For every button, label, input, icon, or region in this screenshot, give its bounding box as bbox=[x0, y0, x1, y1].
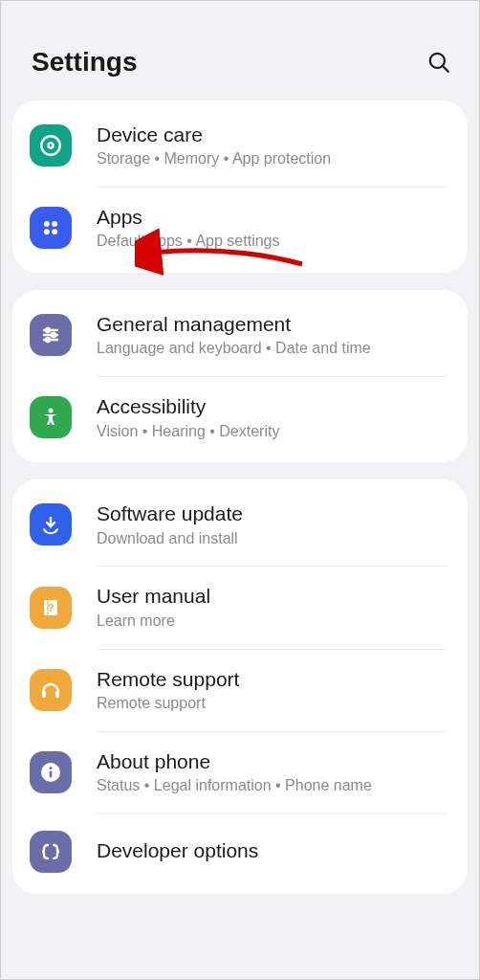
settings-group: Software update Download and install ? U… bbox=[12, 479, 468, 893]
svg-rect-20 bbox=[55, 691, 59, 698]
header: Settings bbox=[1, 1, 479, 100]
remote-support-icon bbox=[30, 669, 72, 711]
settings-item-remote-support[interactable]: Remote support Remote support bbox=[12, 649, 468, 731]
about-phone-icon bbox=[30, 751, 72, 793]
svg-text:?: ? bbox=[48, 602, 55, 613]
software-update-icon bbox=[30, 503, 72, 546]
svg-line-1 bbox=[443, 66, 448, 72]
settings-group: General management Language and keyboard… bbox=[12, 290, 468, 462]
settings-item-apps[interactable]: Apps Default apps • App settings bbox=[12, 187, 468, 269]
user-manual-icon: ? bbox=[30, 587, 72, 629]
general-management-icon bbox=[30, 314, 72, 356]
item-subtitle: Remote support bbox=[97, 694, 448, 714]
accessibility-icon bbox=[30, 396, 72, 438]
settings-item-software-update[interactable]: Software update Download and install bbox=[12, 483, 468, 566]
item-title: Remote support bbox=[97, 666, 448, 692]
svg-rect-19 bbox=[42, 691, 46, 698]
item-title: General management bbox=[97, 311, 448, 337]
svg-point-15 bbox=[49, 409, 54, 413]
item-title: User manual bbox=[97, 583, 448, 609]
item-text: Software update Download and install bbox=[97, 501, 448, 548]
svg-point-7 bbox=[44, 229, 50, 234]
item-text: About phone Status • Legal information •… bbox=[97, 748, 448, 796]
svg-point-14 bbox=[46, 338, 50, 342]
item-title: Accessibility bbox=[97, 393, 448, 419]
search-icon bbox=[426, 50, 451, 75]
item-title: Device care bbox=[97, 122, 448, 147]
item-text: Apps Default apps • App settings bbox=[97, 204, 448, 252]
svg-point-5 bbox=[44, 221, 50, 227]
settings-item-developer-options[interactable]: Developer options bbox=[12, 813, 468, 890]
settings-item-device-care[interactable]: Device care Storage • Memory • App prote… bbox=[12, 104, 468, 187]
item-subtitle: Storage • Memory • App protection bbox=[97, 149, 448, 169]
svg-point-12 bbox=[52, 333, 55, 337]
apps-icon bbox=[30, 207, 72, 249]
item-title: Software update bbox=[97, 501, 448, 526]
item-title: Developer options bbox=[97, 837, 448, 863]
item-title: About phone bbox=[97, 748, 448, 774]
item-text: General management Language and keyboard… bbox=[97, 311, 448, 359]
settings-group: Device care Storage • Memory • App prote… bbox=[12, 100, 468, 273]
device-care-icon bbox=[30, 124, 72, 167]
item-text: User manual Learn more bbox=[97, 583, 448, 631]
settings-item-user-manual[interactable]: ? User manual Learn more bbox=[12, 566, 468, 648]
item-subtitle: Language and keyboard • Date and time bbox=[97, 339, 448, 359]
item-subtitle: Download and install bbox=[97, 529, 448, 549]
settings-item-about-phone[interactable]: About phone Status • Legal information •… bbox=[12, 731, 468, 813]
item-text: Accessibility Vision • Hearing • Dexteri… bbox=[97, 393, 448, 441]
svg-point-6 bbox=[52, 221, 57, 227]
item-text: Device care Storage • Memory • App prote… bbox=[97, 122, 448, 169]
developer-options-icon bbox=[30, 831, 72, 873]
svg-point-4 bbox=[50, 145, 53, 147]
settings-item-accessibility[interactable]: Accessibility Vision • Hearing • Dexteri… bbox=[12, 376, 468, 458]
svg-point-10 bbox=[46, 328, 50, 332]
item-text: Developer options bbox=[97, 837, 448, 865]
svg-point-8 bbox=[52, 229, 57, 234]
item-title: Apps bbox=[97, 204, 448, 230]
svg-rect-23 bbox=[50, 770, 53, 777]
page-title: Settings bbox=[32, 47, 137, 78]
settings-item-general-management[interactable]: General management Language and keyboard… bbox=[12, 294, 468, 376]
item-text: Remote support Remote support bbox=[97, 666, 448, 714]
item-subtitle: Learn more bbox=[97, 612, 448, 632]
item-subtitle: Status • Legal information • Phone name bbox=[97, 776, 448, 796]
item-subtitle: Vision • Hearing • Dexterity bbox=[97, 422, 448, 442]
svg-point-22 bbox=[50, 767, 53, 769]
item-subtitle: Default apps • App settings bbox=[97, 232, 448, 252]
search-button[interactable] bbox=[425, 49, 452, 76]
